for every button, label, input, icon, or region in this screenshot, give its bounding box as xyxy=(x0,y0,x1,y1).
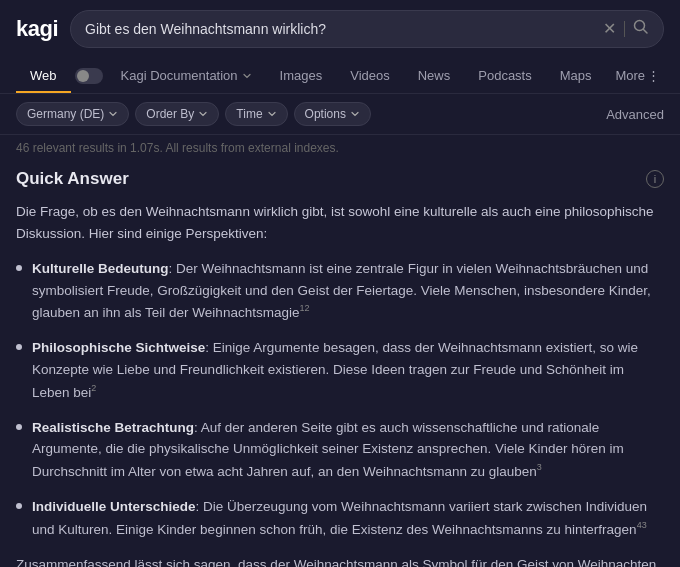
tab-images[interactable]: Images xyxy=(266,58,337,93)
bullet-text: Philosophische Sichtweise: Einige Argume… xyxy=(32,337,664,402)
bullet-dot xyxy=(16,503,22,509)
toggle-knob xyxy=(77,70,89,82)
bullet-text: Kulturelle Bedeutung: Der Weihnachtsmann… xyxy=(32,258,664,323)
time-chevron-icon xyxy=(267,109,277,119)
clear-icon[interactable]: ✕ xyxy=(603,21,616,37)
quick-answer-header: Quick Answer i xyxy=(16,169,664,189)
quick-answer-title: Quick Answer xyxy=(16,169,129,189)
main-content: Quick Answer i Die Frage, ob es den Weih… xyxy=(0,161,680,567)
svg-line-1 xyxy=(644,30,648,34)
bullet-term: Philosophische Sichtweise xyxy=(32,340,205,355)
search-bar: ✕ xyxy=(70,10,664,48)
info-icon[interactable]: i xyxy=(646,170,664,188)
list-item: Realistische Betrachtung: Auf der andere… xyxy=(16,417,664,482)
tab-videos[interactable]: Videos xyxy=(336,58,404,93)
bullet-term: Realistische Betrachtung xyxy=(32,420,194,435)
filter-row: Germany (DE) Order By Time Options Advan… xyxy=(0,94,680,135)
results-info: 46 relevant results in 1.07s. All result… xyxy=(0,135,680,161)
bullet-dot xyxy=(16,344,22,350)
time-filter[interactable]: Time xyxy=(225,102,287,126)
tab-news[interactable]: News xyxy=(404,58,465,93)
kagi-docs-toggle[interactable] xyxy=(75,68,103,84)
logo: kagi xyxy=(16,16,58,42)
bullet-text: Individuelle Unterschiede: Die Überzeugu… xyxy=(32,496,664,540)
advanced-filter[interactable]: Advanced xyxy=(606,107,664,122)
bullet-dot xyxy=(16,424,22,430)
tab-podcasts[interactable]: Podcasts xyxy=(464,58,545,93)
more-dots-icon: ⋮ xyxy=(647,68,660,83)
nav-tabs: Web Kagi Documentation Images Videos New… xyxy=(0,58,680,94)
region-chevron-icon xyxy=(108,109,118,119)
quick-answer-intro: Die Frage, ob es den Weihnachtsmann wirk… xyxy=(16,201,664,244)
list-item: Kulturelle Bedeutung: Der Weihnachtsmann… xyxy=(16,258,664,323)
tab-maps[interactable]: Maps xyxy=(546,58,606,93)
bullet-dot xyxy=(16,265,22,271)
region-filter[interactable]: Germany (DE) xyxy=(16,102,129,126)
quick-answer-conclusion: Zusammenfassend lässt sich sagen, dass d… xyxy=(16,554,664,567)
search-icon[interactable] xyxy=(633,19,649,39)
list-item: Individuelle Unterschiede: Die Überzeugu… xyxy=(16,496,664,540)
search-divider xyxy=(624,21,625,37)
tab-more[interactable]: More ⋮ xyxy=(611,58,664,93)
options-chevron-icon xyxy=(350,109,360,119)
bullet-term: Individuelle Unterschiede xyxy=(32,499,196,514)
search-input[interactable] xyxy=(85,21,595,37)
bullet-list: Kulturelle Bedeutung: Der Weihnachtsmann… xyxy=(16,258,664,540)
chevron-down-icon xyxy=(242,71,252,81)
order-by-filter[interactable]: Order By xyxy=(135,102,219,126)
list-item: Philosophische Sichtweise: Einige Argume… xyxy=(16,337,664,402)
bullet-term: Kulturelle Bedeutung xyxy=(32,261,169,276)
tab-web[interactable]: Web xyxy=(16,58,71,93)
order-chevron-icon xyxy=(198,109,208,119)
tab-kagi-docs[interactable]: Kagi Documentation xyxy=(107,58,266,93)
header: kagi ✕ xyxy=(0,0,680,58)
options-filter[interactable]: Options xyxy=(294,102,371,126)
bullet-text: Realistische Betrachtung: Auf der andere… xyxy=(32,417,664,482)
